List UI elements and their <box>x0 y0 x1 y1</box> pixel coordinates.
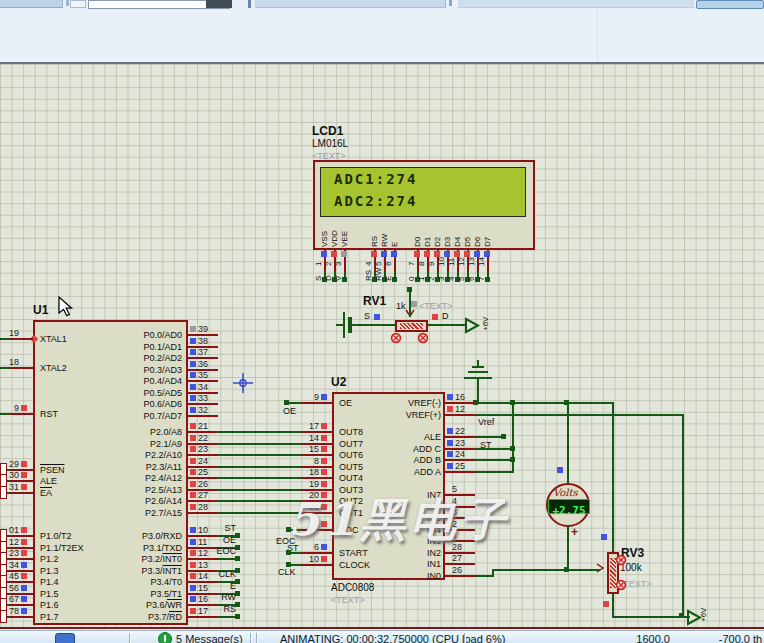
net-label: 4 <box>448 277 456 281</box>
pin <box>188 512 218 514</box>
pin-label: P2.2/A10 <box>82 450 182 460</box>
wire-junction <box>564 400 569 405</box>
lcd1-part: LM016L <box>312 138 348 149</box>
messages-count[interactable]: 5 Message(s) <box>176 633 243 643</box>
status-block-icon[interactable] <box>55 633 75 643</box>
toolbar-fragment <box>70 0 86 8</box>
u2-ref[interactable]: U2 <box>331 375 346 389</box>
logic-state-indicator <box>190 338 196 344</box>
main-power-label: +6V <box>700 608 708 622</box>
rv1-pin-d-state <box>432 314 438 320</box>
messages-icon[interactable] <box>158 632 172 643</box>
logic-state-indicator <box>190 326 196 332</box>
pin-label: P0.3/AD3 <box>82 365 182 375</box>
toolbar-button[interactable] <box>696 0 764 9</box>
rv1-placeholder: <TEXT> <box>419 301 453 311</box>
wire <box>475 402 614 404</box>
pin-number: 4 <box>365 262 373 266</box>
lcd1-line1: ADC1:274 <box>334 171 417 187</box>
u1-ref[interactable]: U1 <box>33 303 48 317</box>
proteus-window: LCD1 LM016L <TEXT> ADC1:274 ADC2:274 U1 … <box>0 0 764 643</box>
lcd1-ref[interactable]: LCD1 <box>312 124 343 138</box>
logic-state-indicator <box>447 451 453 457</box>
wire <box>682 414 684 618</box>
pin <box>188 616 218 618</box>
rv3-wiper-arrow-icon <box>595 562 607 574</box>
power-terminal-icon[interactable] <box>464 317 481 334</box>
pin-label: P2.6/A14 <box>82 496 182 506</box>
pin-number: 27 <box>198 490 208 500</box>
editor-bottom-border <box>0 627 764 629</box>
pin-label: P2.0/A8 <box>82 427 182 437</box>
pin-number: 10 <box>303 554 319 564</box>
wire <box>218 431 302 433</box>
pin <box>445 414 475 416</box>
rv3-adjust-button[interactable] <box>615 579 627 591</box>
pin-number: 36 <box>198 359 208 369</box>
pin <box>10 338 33 340</box>
pin-label: ALE <box>342 432 441 442</box>
net-label: D <box>325 275 333 281</box>
pin-label: P2.7/A15 <box>82 508 182 518</box>
logic-state-indicator <box>321 556 327 562</box>
logic-state-indicator <box>190 527 196 533</box>
pin-number: 10 <box>438 257 446 266</box>
pin <box>445 575 475 577</box>
pin-label: VSS <box>321 231 329 247</box>
pin-number: 17 <box>303 421 319 431</box>
offpage-terminal[interactable] <box>0 610 7 623</box>
pin-number: 9 <box>303 392 319 402</box>
pin <box>302 402 332 404</box>
net-label: CLK <box>202 569 236 579</box>
pin-number: 19 <box>3 328 19 338</box>
logic-state-indicator <box>321 469 327 475</box>
logic-state-indicator <box>190 562 196 568</box>
pin-number: 32 <box>198 405 208 415</box>
toolbar-dropdown-button[interactable] <box>206 0 232 8</box>
logic-state-indicator <box>190 539 196 545</box>
rv1-pin-d-label: D <box>442 311 449 321</box>
wire-terminal <box>235 614 240 619</box>
logic-state-indicator <box>21 527 27 533</box>
pin-label: P0.1/AD1 <box>82 342 182 352</box>
logic-state-indicator <box>321 458 327 464</box>
logic-state-indicator <box>190 384 196 390</box>
pin-number: 18 <box>3 357 19 367</box>
logic-state-indicator <box>190 407 196 413</box>
pin-label: ADD A <box>342 467 441 477</box>
wire <box>475 448 514 450</box>
logic-state-indicator <box>190 395 196 401</box>
wire-junction <box>679 613 684 618</box>
offpage-terminal[interactable] <box>0 486 7 499</box>
rv1-marker <box>411 301 417 307</box>
volt-meter-label: Volts <box>553 487 578 498</box>
pin-label: ADD C <box>342 444 441 454</box>
wire <box>567 526 569 570</box>
rv3-adjust-button[interactable] <box>615 554 627 566</box>
wire <box>612 593 614 617</box>
wire <box>0 413 10 415</box>
toolbar-separator <box>66 0 69 6</box>
pin-number: 11 <box>448 258 456 266</box>
pin <box>188 415 218 417</box>
wire <box>512 402 514 473</box>
net-label: E <box>202 581 236 591</box>
logic-state-indicator <box>190 596 196 602</box>
wire-terminal <box>235 556 240 561</box>
pin-number: 25 <box>198 467 208 477</box>
logic-state-indicator <box>447 463 453 469</box>
logic-state-indicator <box>190 608 196 614</box>
wire-terminal <box>284 400 289 405</box>
rv1-adjust-button[interactable] <box>390 332 402 344</box>
rv1-ref[interactable]: RV1 <box>363 294 386 308</box>
rv1-adjust-button[interactable] <box>417 332 429 344</box>
pin-label: P1.2 <box>40 554 59 564</box>
pin-label: P1.5 <box>40 589 59 599</box>
wire-terminal <box>286 550 291 555</box>
logic-state-indicator <box>21 405 27 411</box>
logic-state-indicator <box>321 251 327 257</box>
pin-label: D3 <box>444 237 452 247</box>
logic-state-indicator <box>321 423 327 429</box>
volt-meter-display: +2.75 <box>548 499 590 514</box>
pin-label: EA <box>40 488 52 498</box>
